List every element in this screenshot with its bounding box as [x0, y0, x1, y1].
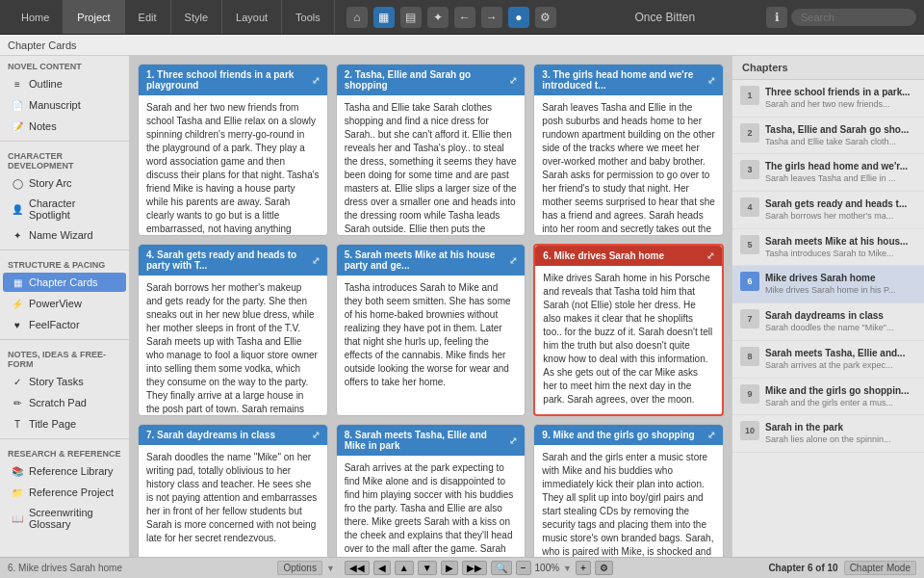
sidebar-item-screenwriting-glossary[interactable]: 📖 Screenwriting Glossary: [3, 504, 126, 533]
sidebar-item-outline[interactable]: ≡ Outline: [3, 74, 126, 93]
chapter-item-10[interactable]: 10 Sarah in the park Sarah lies alone on…: [732, 415, 924, 453]
card-expand-icon-6[interactable]: ⤢: [706, 250, 714, 261]
chapter-item-6[interactable]: 6 Mike drives Sarah home Mike drives Sar…: [732, 266, 924, 303]
card-body-2: Tasha and Ellie take Sarah clothes shopp…: [337, 95, 526, 235]
nav-first[interactable]: ◀◀: [345, 561, 370, 575]
star-icon-btn[interactable]: ✦: [427, 7, 449, 28]
nav-search[interactable]: 🔍: [491, 561, 512, 575]
home-icon-btn[interactable]: ⌂: [346, 7, 368, 28]
card-body-8: Sarah arrives at the park expecting to f…: [337, 456, 526, 557]
chapter-title-7: Sarah daydreams in class: [765, 309, 916, 322]
sidebar-item-title-page[interactable]: T Title Page: [3, 414, 126, 434]
circle-icon-btn[interactable]: ●: [508, 7, 529, 28]
card-expand-icon-2[interactable]: ⤢: [509, 75, 517, 86]
forward-icon-btn[interactable]: →: [481, 7, 502, 28]
card-3[interactable]: 3. The girls head home and we're introdu…: [533, 64, 724, 236]
nav-prev-chapter[interactable]: ◀: [373, 561, 391, 575]
chapter-title-5: Sarah meets Mike at his hous...: [765, 235, 916, 248]
zoom-in[interactable]: +: [576, 561, 591, 575]
sidebar-item-chapter-cards[interactable]: ▦ Chapter Cards: [3, 273, 126, 292]
chapter-item-9[interactable]: 9 Mike and the girls go shoppin... Sarah…: [732, 379, 924, 416]
bottom-bar: 6. Mike drives Sarah home Options ▼ ◀◀ ◀…: [0, 557, 924, 578]
card-body-7: Sarah doodles the name "Mike" on her wri…: [139, 445, 327, 557]
back-icon-btn[interactable]: ←: [454, 7, 475, 28]
chapter-num-6: 6: [740, 272, 759, 291]
settings-btn[interactable]: ⚙: [595, 561, 613, 575]
card-expand-icon-8[interactable]: ⤢: [509, 435, 517, 446]
chapter-subtitle-8: Sarah arrives at the park expec...: [765, 360, 916, 372]
card-4[interactable]: 4. Sarah gets ready and heads to party w…: [138, 244, 328, 416]
tab-layout[interactable]: Layout: [222, 0, 282, 34]
search-input[interactable]: [791, 9, 916, 26]
nav-next-chapter[interactable]: ▶: [441, 561, 458, 575]
options-button[interactable]: Options: [277, 561, 321, 575]
tab-project[interactable]: Project: [64, 0, 124, 34]
chapter-info: Chapter 6 of 10: [768, 563, 837, 573]
card-number-9: 9. Mike and the girls go shopping: [542, 430, 694, 440]
sidebar-item-powerview[interactable]: ⚡ PowerView: [3, 294, 126, 313]
sidebar-label-feelfactor: FeelFactor: [29, 319, 80, 330]
sidebar-item-character-spotlight[interactable]: 👤 Character Spotlight: [3, 195, 126, 223]
chapters-title: Chapters: [732, 56, 924, 80]
chapter-item-4[interactable]: 4 Sarah gets ready and heads t... Sarah …: [732, 192, 924, 229]
chapter-text-1: Three school friends in a park... Sarah …: [765, 86, 916, 111]
chapter-subtitle-7: Sarah doodles the name "Mike"...: [765, 323, 916, 334]
card-6[interactable]: 6. Mike drives Sarah home ⤢ Mike drives …: [533, 244, 724, 416]
grid-icon-btn[interactable]: ▦: [373, 7, 395, 28]
sidebar-item-story-arc[interactable]: ◯ Story Arc: [3, 173, 126, 193]
card-1[interactable]: 1. Three school friends in a park playgr…: [138, 64, 328, 236]
nav-last[interactable]: ▶▶: [462, 561, 487, 575]
zoom-out[interactable]: −: [516, 561, 531, 575]
nav-down[interactable]: ▼: [418, 561, 437, 575]
chapter-item-3[interactable]: 3 The girls head home and we'r... Sarah …: [732, 154, 924, 192]
chapter-item-8[interactable]: 8 Sarah meets Tasha, Ellie and... Sarah …: [732, 341, 924, 379]
card-expand-icon-7[interactable]: ⤢: [312, 430, 320, 440]
sidebar-label-reference-project: Reference Project: [29, 486, 114, 498]
story-arc-icon: ◯: [11, 176, 24, 190]
chapter-item-5[interactable]: 5 Sarah meets Mike at his hous... Tasha …: [732, 229, 924, 267]
card-expand-icon-9[interactable]: ⤢: [707, 430, 715, 440]
chapter-num-5: 5: [740, 235, 759, 254]
card-9[interactable]: 9. Mike and the girls go shopping ⤢ Sara…: [533, 424, 724, 557]
chapters-list: 1 Three school friends in a park... Sara…: [732, 80, 924, 557]
chapter-item-7[interactable]: 7 Sarah daydreams in class Sarah doodles…: [732, 303, 924, 341]
tab-edit[interactable]: Edit: [125, 0, 171, 34]
card-expand-icon-5[interactable]: ⤢: [509, 255, 517, 266]
chapter-subtitle-10: Sarah lies alone on the spinnin...: [765, 434, 916, 446]
tab-style[interactable]: Style: [171, 0, 222, 34]
chapter-num-2: 2: [740, 123, 759, 143]
sidebar-item-name-wizard[interactable]: ✦ Name Wizard: [3, 225, 126, 245]
status-text: 6. Mike drives Sarah home: [8, 563, 122, 573]
chapter-item-1[interactable]: 1 Three school friends in a park... Sara…: [732, 80, 924, 118]
sidebar-item-story-tasks[interactable]: ✓ Story Tasks: [3, 372, 126, 391]
card-2[interactable]: 2. Tasha, Ellie and Sarah go shopping ⤢ …: [336, 64, 526, 236]
sidebar-item-scratch-pad[interactable]: ✏ Scratch Pad: [3, 393, 126, 412]
sidebar-item-reference-library[interactable]: 📚 Reference Library: [3, 461, 126, 481]
main-toolbar: Home Project Edit Style Layout Tools ⌂ ▦…: [0, 0, 924, 35]
sidebar-label-notes: Notes: [29, 120, 57, 132]
info-icon-btn[interactable]: ℹ: [766, 7, 787, 28]
sidebar-item-reference-project[interactable]: 📁 Reference Project: [3, 483, 126, 502]
chapter-mode-button[interactable]: Chapter Mode: [844, 561, 916, 575]
card-5[interactable]: 5. Sarah meets Mike at his house party a…: [336, 244, 526, 416]
menu-tabs: Home Project Edit Style Layout Tools: [8, 0, 335, 34]
sidebar-label-story-arc: Story Arc: [29, 177, 72, 189]
tab-home[interactable]: Home: [8, 0, 64, 34]
sidebar-item-manuscript[interactable]: 📄 Manuscript: [3, 95, 126, 115]
doc-icon-btn[interactable]: ▤: [400, 7, 422, 28]
character-spotlight-icon: 👤: [11, 202, 24, 216]
chapter-subtitle-3: Sarah leaves Tasha and Ellie in ...: [765, 173, 916, 185]
tab-tools[interactable]: Tools: [282, 0, 335, 34]
card-8[interactable]: 8. Sarah meets Tasha, Ellie and Mike in …: [336, 424, 526, 557]
card-7[interactable]: 7. Sarah daydreams in class ⤢ Sarah dood…: [138, 424, 328, 557]
card-expand-icon-4[interactable]: ⤢: [312, 255, 320, 266]
sidebar-item-feelfactor[interactable]: ♥ FeelFactor: [3, 315, 126, 334]
section-notes: NOTES, IDEAS & FREE-FORM: [0, 344, 129, 371]
chapter-item-2[interactable]: 2 Tasha, Ellie and Sarah go sho... Tasha…: [732, 118, 924, 155]
nav-up[interactable]: ▲: [395, 561, 414, 575]
card-expand-icon-1[interactable]: ⤢: [312, 75, 320, 86]
gear-icon-btn[interactable]: ⚙: [535, 7, 556, 28]
card-expand-icon-3[interactable]: ⤢: [707, 75, 715, 86]
sidebar-item-notes[interactable]: 📝 Notes: [3, 117, 126, 136]
card-body-9: Sarah and the girls enter a music store …: [534, 445, 723, 557]
